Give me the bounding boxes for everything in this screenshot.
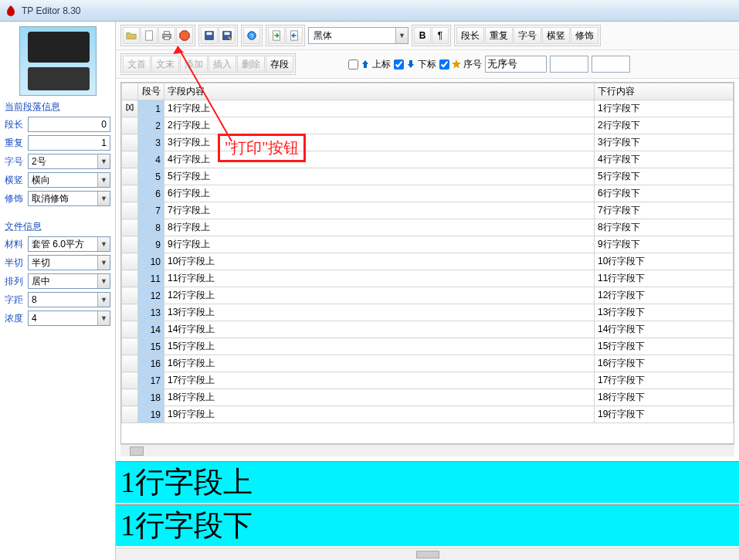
cell-lower[interactable]: 6行字段下 — [595, 185, 734, 202]
cell-upper[interactable]: 9行字段上 — [164, 236, 595, 253]
cell-upper[interactable]: 11行字段上 — [164, 270, 595, 287]
select-align[interactable]: 居中▼ — [28, 273, 110, 289]
chk-superscript[interactable]: 上标 — [348, 58, 391, 71]
scrollbar-thumb[interactable] — [416, 551, 439, 558]
save-button[interactable] — [201, 27, 218, 44]
select-halfcut[interactable]: 半切▼ — [28, 255, 110, 270]
table-row[interactable]: 1818行字段上18行字段下 — [122, 389, 734, 406]
stop-button[interactable] — [176, 27, 193, 44]
table-row[interactable]: 66行字段上6行字段下 — [122, 185, 734, 202]
select-material[interactable]: 套管 6.0平方▼ — [28, 236, 110, 252]
table-row[interactable]: 22行字段上2行字段下 — [122, 117, 734, 134]
btn-insert[interactable]: 插入 — [208, 56, 236, 73]
table-row[interactable]: 99行字段上9行字段下 — [122, 236, 734, 253]
table-row[interactable]: 33行字段上3行字段下 — [122, 134, 734, 151]
cell-upper[interactable]: 4行字段上 — [164, 151, 595, 168]
cell-lower[interactable]: 1行字段下 — [595, 100, 734, 117]
cell-lower[interactable]: 2行字段下 — [595, 117, 734, 134]
table-row[interactable]: 1919行字段上19行字段下 — [122, 406, 734, 423]
cell-upper[interactable]: 8行字段上 — [164, 219, 595, 236]
cell-lower[interactable]: 7行字段下 — [595, 202, 734, 219]
seq-extra-1[interactable] — [550, 56, 588, 73]
grid-hscroll[interactable] — [120, 444, 734, 456]
cell-lower[interactable]: 12行字段下 — [595, 287, 734, 304]
cell-upper[interactable]: 14行字段上 — [164, 321, 595, 338]
cell-upper[interactable]: 1行字段上 — [164, 100, 595, 117]
select-density[interactable]: 4▼ — [28, 311, 110, 326]
select-decor[interactable]: 取消修饰▼ — [28, 191, 110, 206]
print-button[interactable] — [158, 27, 175, 44]
cell-lower[interactable]: 16行字段下 — [595, 355, 734, 372]
cell-lower[interactable]: 3行字段下 — [595, 134, 734, 151]
input-repeat[interactable]: 1 — [28, 135, 110, 151]
cell-lower[interactable]: 10行字段下 — [595, 253, 734, 270]
btn-orient[interactable]: 横竖 — [542, 27, 570, 44]
btn-doc-first[interactable]: 文首 — [123, 56, 151, 73]
table-row[interactable]: 1515行字段上15行字段下 — [122, 338, 734, 355]
cell-lower[interactable]: 17行字段下 — [595, 372, 734, 389]
cell-lower[interactable]: 8行字段下 — [595, 219, 734, 236]
chk-sequence[interactable]: 序号 — [439, 58, 482, 71]
btn-repeat[interactable]: 重复 — [485, 27, 513, 44]
cell-upper[interactable]: 13行字段上 — [164, 304, 595, 321]
cell-upper[interactable]: 17行字段上 — [164, 372, 595, 389]
cell-upper[interactable]: 2行字段上 — [164, 117, 595, 134]
scrollbar-thumb[interactable] — [130, 446, 144, 456]
cell-lower[interactable]: 4行字段下 — [595, 151, 734, 168]
cell-upper[interactable]: 7行字段上 — [164, 202, 595, 219]
checkbox-down[interactable] — [394, 59, 404, 70]
btn-seglen[interactable]: 段长 — [456, 27, 484, 44]
table-row[interactable]: 44行字段上4行字段下 — [122, 151, 734, 168]
table-row[interactable]: 1414行字段上14行字段下 — [122, 321, 734, 338]
export-button[interactable] — [286, 27, 303, 44]
cell-lower[interactable]: 9行字段下 — [595, 236, 734, 253]
help-button[interactable]: ? — [243, 27, 260, 44]
cell-lower[interactable]: 5行字段下 — [595, 168, 734, 185]
cell-upper[interactable]: 3行字段上 — [164, 134, 595, 151]
cell-upper[interactable]: 6行字段上 — [164, 185, 595, 202]
chk-subscript[interactable]: 下标 — [394, 58, 436, 71]
table-row[interactable]: 1313行字段上13行字段下 — [122, 304, 734, 321]
new-button[interactable] — [141, 27, 158, 44]
table-row[interactable]: 1616行字段上16行字段下 — [122, 355, 734, 372]
cell-lower[interactable]: 18行字段下 — [595, 389, 734, 406]
cell-upper[interactable]: 12行字段上 — [164, 287, 595, 304]
table-row[interactable]: 1010行字段上10行字段下 — [122, 253, 734, 270]
cell-upper[interactable]: 19行字段上 — [164, 406, 595, 423]
bold-button[interactable]: B — [414, 27, 431, 44]
cell-lower[interactable]: 13行字段下 — [595, 304, 734, 321]
cell-upper[interactable]: 5行字段上 — [164, 168, 595, 185]
cell-upper[interactable]: 18行字段上 — [164, 389, 595, 406]
font-family-select[interactable]: 黑体 ▼ — [308, 27, 408, 44]
select-font[interactable]: 2号▼ — [28, 154, 110, 169]
btn-decor[interactable]: 修饰 — [571, 27, 598, 44]
cell-lower[interactable]: 19行字段下 — [595, 406, 734, 423]
select-orient[interactable]: 横向▼ — [28, 172, 110, 188]
btn-save-seg[interactable]: 存段 — [266, 56, 293, 73]
table-row[interactable]: 88行字段上8行字段下 — [122, 219, 734, 236]
table-row[interactable]: 1212行字段上12行字段下 — [122, 287, 734, 304]
cell-upper[interactable]: 10行字段上 — [164, 253, 595, 270]
checkbox-seq[interactable] — [439, 59, 449, 70]
bottom-hscroll[interactable] — [116, 548, 739, 560]
table-row[interactable]: 1111行字段上11行字段下 — [122, 270, 734, 287]
import-button[interactable] — [268, 27, 285, 44]
saveas-button[interactable] — [219, 27, 236, 44]
btn-add[interactable]: 添加 — [180, 56, 208, 73]
paragraph-button[interactable]: ¶ — [432, 27, 449, 44]
table-row[interactable]: 1717行字段上17行字段下 — [122, 372, 734, 389]
select-spacing[interactable]: 8▼ — [28, 292, 110, 307]
data-grid[interactable]: 段号 字段内容 下行内容 11行字段上1行字段下22行字段上2行字段下33行字段… — [120, 82, 734, 444]
seq-input[interactable] — [485, 56, 547, 73]
checkbox-up[interactable] — [348, 59, 358, 70]
seq-extra-2[interactable] — [592, 56, 630, 73]
open-button[interactable] — [123, 27, 140, 44]
btn-doc-last[interactable]: 文末 — [151, 56, 179, 73]
cell-lower[interactable]: 14行字段下 — [595, 321, 734, 338]
btn-delete[interactable]: 删除 — [237, 56, 265, 73]
table-row[interactable]: 55行字段上5行字段下 — [122, 168, 734, 185]
cell-upper[interactable]: 15行字段上 — [164, 338, 595, 355]
table-row[interactable]: 77行字段上7行字段下 — [122, 202, 734, 219]
cell-lower[interactable]: 15行字段下 — [595, 338, 734, 355]
cell-upper[interactable]: 16行字段上 — [164, 355, 595, 372]
